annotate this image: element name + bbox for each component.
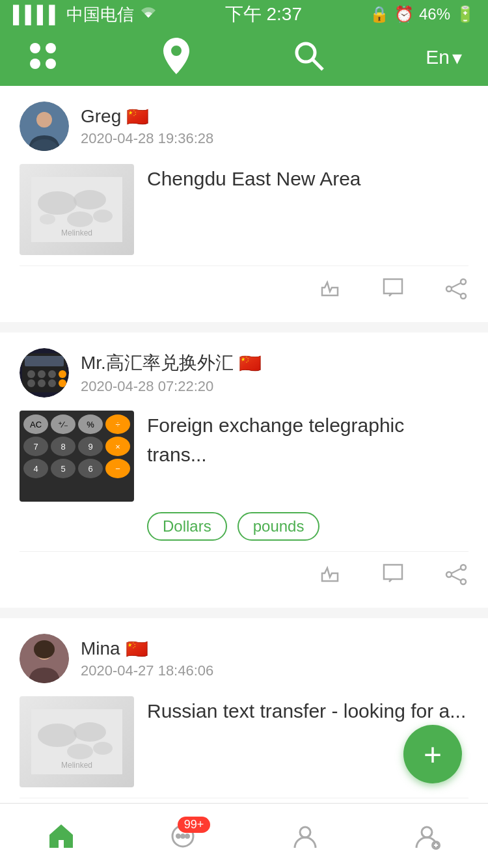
svg-point-59 <box>177 834 180 837</box>
svg-line-34 <box>452 569 461 573</box>
user-info: Mina 🇨🇳 2020-04-27 18:46:06 <box>81 638 468 679</box>
carrier: 中国电信 <box>66 3 134 26</box>
like-button[interactable] <box>318 277 342 306</box>
nav-chat[interactable]: 99+ <box>169 822 197 850</box>
svg-text:Melinked: Melinked <box>61 228 92 237</box>
avatar <box>20 348 69 398</box>
post-actions <box>20 265 468 306</box>
like-button[interactable] <box>318 562 342 592</box>
post-thumbnail: Melinked <box>20 696 134 787</box>
user-time: 2020-04-27 18:46:06 <box>81 662 468 679</box>
comment-button[interactable] <box>381 277 405 306</box>
share-button[interactable] <box>444 277 468 306</box>
battery-icon: 🔋 <box>455 5 475 23</box>
svg-point-62 <box>300 827 310 837</box>
nav-contacts[interactable] <box>291 822 319 850</box>
user-name: Mina 🇨🇳 <box>81 638 468 660</box>
post-header: Mina 🇨🇳 2020-04-27 18:46:06 <box>20 634 468 683</box>
comment-button[interactable] <box>381 562 405 592</box>
location-icon[interactable] <box>161 38 192 77</box>
user-flag: 🇨🇳 <box>126 638 148 660</box>
post-title: Foreign exchange telegraphic trans... <box>147 411 468 469</box>
language-button[interactable]: En ▾ <box>426 46 462 69</box>
bottom-nav: 99+ <box>0 803 488 868</box>
user-name: Greg 🇨🇳 <box>81 106 468 128</box>
svg-point-33 <box>461 579 466 584</box>
post-card: Greg 🇨🇳 2020-04-28 19:36:28 Melinked <box>0 86 488 322</box>
svg-point-23 <box>27 370 35 378</box>
svg-point-12 <box>93 210 113 223</box>
signal-icon: ▌▌▌▌ <box>13 5 61 25</box>
post-thumbnail: Melinked <box>20 164 134 255</box>
svg-point-13 <box>40 214 55 224</box>
svg-line-35 <box>452 576 461 580</box>
svg-point-40 <box>38 724 77 747</box>
svg-point-17 <box>461 293 466 299</box>
apps-icon[interactable] <box>26 39 60 75</box>
post-content: Melinked Chengdu East New Area <box>20 164 468 255</box>
svg-point-1 <box>46 43 56 53</box>
svg-point-26 <box>59 370 66 378</box>
svg-point-11 <box>67 211 93 227</box>
svg-point-25 <box>48 370 56 378</box>
svg-point-29 <box>48 379 56 387</box>
post-content: AC ⁺∕₋ % ÷ 7 8 9 × 4 5 6 − Forei <box>20 411 468 502</box>
user-flag: 🇨🇳 <box>126 106 149 128</box>
lock-icon: 🔒 <box>370 5 389 23</box>
svg-point-63 <box>422 827 432 837</box>
status-bar: ▌▌▌▌ 中国电信 下午 2:37 🔒 ⏰ 46% 🔋 <box>0 0 488 29</box>
post-card: Mr.高汇率兑换外汇 🇨🇳 2020-04-28 07:22:20 AC ⁺∕₋… <box>0 332 488 608</box>
status-right: 🔒 ⏰ 46% 🔋 <box>370 5 475 23</box>
wifi-icon <box>139 5 157 25</box>
user-time: 2020-04-28 07:22:20 <box>81 378 468 395</box>
svg-line-5 <box>312 59 323 70</box>
svg-point-0 <box>30 43 40 53</box>
search-icon[interactable] <box>293 40 325 75</box>
user-info: Mr.高汇率兑换外汇 🇨🇳 2020-04-28 07:22:20 <box>81 351 468 395</box>
post-header: Greg 🇨🇳 2020-04-28 19:36:28 <box>20 102 468 151</box>
svg-point-24 <box>38 370 46 378</box>
status-time: 下午 2:37 <box>225 2 302 27</box>
svg-rect-22 <box>25 356 64 366</box>
nav-profile[interactable] <box>413 822 441 850</box>
post-content: Melinked Russian text transfer - looking… <box>20 696 468 787</box>
battery-level: 46% <box>419 5 450 23</box>
avatar <box>20 634 69 683</box>
svg-point-2 <box>30 59 40 69</box>
post-tags: Dollars pounds <box>147 512 468 541</box>
svg-point-15 <box>461 279 466 284</box>
svg-point-30 <box>59 379 66 387</box>
svg-point-42 <box>67 744 93 759</box>
svg-point-43 <box>93 742 113 755</box>
svg-point-32 <box>446 572 452 577</box>
svg-point-9 <box>38 191 77 215</box>
alarm-icon: ⏰ <box>394 5 414 23</box>
share-button[interactable] <box>444 562 468 592</box>
tag-dollars[interactable]: Dollars <box>147 512 227 541</box>
avatar <box>20 102 69 151</box>
svg-point-10 <box>74 190 106 210</box>
status-left: ▌▌▌▌ 中国电信 <box>13 3 157 26</box>
svg-point-60 <box>182 834 185 837</box>
chat-badge: 99+ <box>178 817 211 833</box>
nav-bar: En ▾ <box>0 29 488 86</box>
svg-text:Melinked: Melinked <box>61 761 92 770</box>
post-title: Chengdu East New Area <box>147 164 468 193</box>
svg-point-3 <box>46 59 56 69</box>
svg-point-28 <box>38 379 46 387</box>
user-flag: 🇨🇳 <box>239 353 262 374</box>
post-actions <box>20 551 468 592</box>
svg-point-4 <box>297 44 315 62</box>
tag-pounds[interactable]: pounds <box>237 512 320 541</box>
post-header: Mr.高汇率兑换外汇 🇨🇳 2020-04-28 07:22:20 <box>20 348 468 398</box>
user-time: 2020-04-28 19:36:28 <box>81 130 468 147</box>
nav-home[interactable] <box>47 822 75 850</box>
svg-point-27 <box>27 379 35 387</box>
svg-point-16 <box>446 286 452 292</box>
fab-button[interactable]: + <box>403 725 462 783</box>
post-thumbnail: AC ⁺∕₋ % ÷ 7 8 9 × 4 5 6 − <box>20 411 134 502</box>
svg-point-61 <box>186 834 189 837</box>
user-info: Greg 🇨🇳 2020-04-28 19:36:28 <box>81 106 468 147</box>
svg-point-7 <box>36 112 52 128</box>
svg-line-19 <box>452 290 461 295</box>
